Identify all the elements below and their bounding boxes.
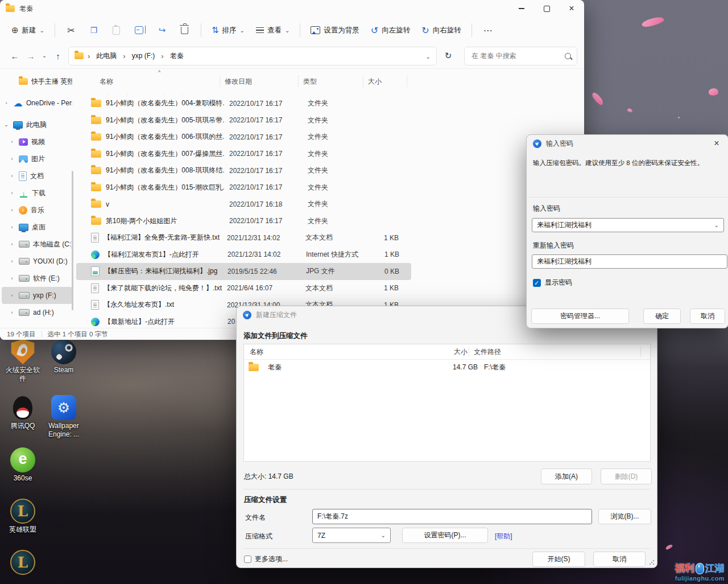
sidebar-item[interactable]: › 视频: [2, 133, 72, 150]
ok-button[interactable]: 确定: [643, 309, 681, 324]
column-header-date[interactable]: 修改日期: [220, 76, 298, 87]
password-input[interactable]: [537, 221, 719, 229]
minimize-button[interactable]: [509, 0, 534, 17]
add-button[interactable]: 添加(A): [541, 468, 592, 484]
rename-button[interactable]: [128, 20, 151, 40]
retype-password-input[interactable]: [537, 258, 722, 266]
more-options-checkbox-row[interactable]: 更多选项...: [244, 554, 288, 564]
search-input[interactable]: [470, 51, 565, 60]
password-combo[interactable]: [532, 218, 724, 232]
table-row[interactable]: 老秦 14.7 GB F:\老秦: [244, 360, 650, 375]
address-dropdown-icon[interactable]: [426, 51, 431, 61]
desktop-icon[interactable]: 英雄联盟: [3, 499, 43, 550]
sidebar-item[interactable]: › 桌面: [2, 219, 72, 236]
sidebar-item[interactable]: › YOUXI (D:): [2, 253, 72, 270]
filename-input[interactable]: [317, 513, 587, 521]
cut-button[interactable]: [60, 20, 82, 40]
show-password-checkbox-row[interactable]: 显示密码: [533, 278, 572, 287]
maximize-button[interactable]: [534, 0, 559, 17]
sidebar-item[interactable]: › 本地磁盘 (C:): [2, 236, 72, 253]
sidebar-item[interactable]: ⌄ 此电脑: [2, 116, 72, 133]
checkbox-unchecked[interactable]: [244, 556, 251, 563]
column-header-size[interactable]: 大小: [363, 76, 407, 87]
breadcrumb-this-pc[interactable]: 此电脑: [94, 50, 119, 62]
expand-chevron-icon[interactable]: ›: [9, 224, 15, 230]
chevron-down-icon[interactable]: [714, 222, 719, 228]
expand-chevron-icon[interactable]: ›: [3, 100, 10, 106]
address-bar[interactable]: 此电脑 yxp (F:) 老秦: [68, 47, 437, 65]
close-icon[interactable]: [710, 137, 723, 150]
file-row[interactable]: 【福利江湖】全免费-无套路-更新快.txt 2021/12/31 14:02 文…: [76, 229, 411, 246]
expand-chevron-icon[interactable]: ›: [9, 241, 15, 247]
expand-chevron-icon[interactable]: ›: [9, 275, 15, 281]
desktop-icon[interactable]: [3, 550, 43, 584]
start-button[interactable]: 开始(S): [532, 552, 585, 567]
browse-button[interactable]: 浏览(B)...: [598, 509, 651, 524]
cancel-button[interactable]: 取消: [593, 552, 646, 567]
rotate-left-button[interactable]: 向左旋转: [365, 20, 416, 40]
column-header-name[interactable]: 名称: [74, 77, 220, 87]
sort-button[interactable]: 排序: [206, 20, 250, 40]
filename-field[interactable]: [312, 509, 592, 524]
new-button[interactable]: 新建: [6, 20, 50, 40]
expand-chevron-icon[interactable]: ›: [9, 207, 15, 213]
table-column-size[interactable]: 大小: [437, 347, 468, 357]
sidebar-item[interactable]: 快手主播 英熙: [2, 73, 72, 90]
file-row[interactable]: 91小鲜肉（改名秦先生）005-琪琪吊带... 2022/10/17 16:17…: [76, 112, 411, 129]
sidebar-item[interactable]: › 下载: [2, 184, 72, 201]
expand-chevron-icon[interactable]: ›: [9, 293, 15, 298]
delete-button[interactable]: [173, 20, 196, 40]
up-button[interactable]: [50, 47, 66, 64]
rotate-right-button[interactable]: 向右旋转: [416, 20, 466, 40]
search-box[interactable]: [464, 47, 577, 65]
set-password-button[interactable]: 设置密码(P)...: [402, 528, 488, 543]
set-background-button[interactable]: 设置为背景: [305, 20, 365, 40]
paste-button[interactable]: [105, 20, 128, 40]
file-row[interactable]: 91小鲜肉（改名秦先生）006-琪琪的丝... 2022/10/17 16:17…: [76, 129, 411, 146]
forward-button[interactable]: [23, 47, 39, 64]
view-button[interactable]: 查看: [250, 20, 295, 40]
breadcrumb-drive[interactable]: yxp (F:): [130, 51, 158, 61]
desktop-icon[interactable]: 腾讯QQ: [3, 395, 43, 447]
table-column-name[interactable]: 名称: [244, 347, 437, 357]
breadcrumb-folder[interactable]: 老秦: [168, 50, 186, 62]
share-button[interactable]: [151, 20, 173, 40]
sidebar-item[interactable]: › OneDrive - Pers: [2, 94, 72, 112]
expand-chevron-icon[interactable]: ›: [9, 310, 15, 315]
expand-chevron-icon[interactable]: ›: [9, 173, 15, 179]
column-header-type[interactable]: 类型: [298, 76, 363, 87]
desktop-icon[interactable]: Wallpaper Engine: ...: [44, 395, 84, 447]
resize-grip[interactable]: [649, 560, 655, 565]
file-row[interactable]: 【来了就能下载的论坛，纯免费！】.txt 2021/6/4 16:07 文本文档…: [76, 280, 411, 297]
close-button[interactable]: [559, 0, 584, 17]
help-link[interactable]: [帮助]: [495, 532, 512, 541]
sidebar-item[interactable]: › 音乐: [2, 201, 72, 219]
expand-chevron-icon[interactable]: ›: [9, 139, 15, 145]
file-row[interactable]: 91小鲜肉（改名秦先生）007-爆操黑丝... 2022/10/17 16:17…: [76, 146, 411, 163]
desktop-icon[interactable]: 火绒安全软件: [3, 339, 43, 395]
sidebar-item[interactable]: › 文档: [2, 167, 72, 184]
format-select[interactable]: 7Z: [312, 528, 391, 543]
file-row[interactable]: 91小鲜肉（改名秦先生）015-潮吹巨乳... 2022/10/17 16:17…: [76, 179, 411, 196]
table-column-path[interactable]: 文件路径: [469, 347, 640, 357]
password-manager-button[interactable]: 密码管理器...: [531, 309, 629, 324]
sidebar-item[interactable]: › ad (H:): [2, 304, 72, 321]
file-row[interactable]: v 2022/10/17 16:18 文件夹: [76, 196, 411, 213]
sidebar-item[interactable]: › 图片: [2, 150, 72, 167]
desktop-icon[interactable]: 360se: [3, 447, 43, 499]
file-row[interactable]: 91小鲜肉（改名秦先生）004-兼职模特... 2022/10/17 16:17…: [76, 95, 411, 112]
expand-chevron-icon[interactable]: ⌄: [3, 122, 10, 128]
file-row[interactable]: 第10期-两个小姐姐图片 2022/10/17 16:17 文件夹: [76, 213, 411, 230]
expand-chevron-icon[interactable]: ›: [9, 258, 15, 264]
history-dropdown-button[interactable]: [39, 47, 50, 64]
expand-chevron-icon[interactable]: ›: [9, 156, 15, 162]
delete-button[interactable]: 删除(D): [601, 468, 652, 484]
file-row[interactable]: 【解压密码：来福利江湖找福利】.jpg 2019/5/15 22:46 JPG …: [76, 263, 411, 280]
refresh-button[interactable]: [440, 47, 456, 64]
more-button[interactable]: [477, 20, 499, 40]
desktop-icon[interactable]: Steam: [44, 339, 84, 395]
sidebar-item[interactable]: › yxp (F:): [2, 287, 72, 304]
sidebar-item[interactable]: › 软件 (E:): [2, 270, 72, 287]
expand-chevron-icon[interactable]: ›: [9, 190, 15, 196]
copy-button[interactable]: [82, 20, 105, 40]
